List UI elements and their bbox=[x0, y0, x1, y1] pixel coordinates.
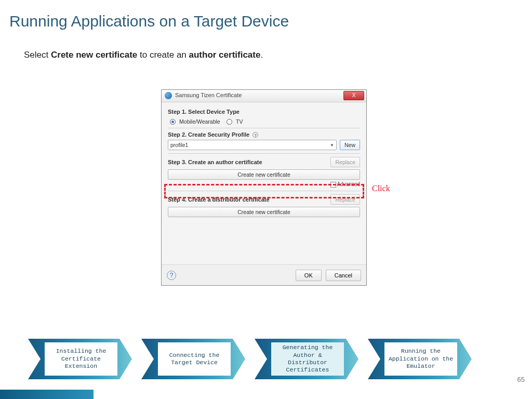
close-button[interactable]: X bbox=[343, 91, 364, 100]
process-steps: Installing the Certificate Extension Con… bbox=[28, 339, 472, 379]
instruction-post: . bbox=[260, 50, 263, 60]
page-title: Running Applications on a Target Device bbox=[9, 12, 289, 30]
cancel-button[interactable]: Cancel bbox=[326, 270, 361, 281]
step-running: Running the Application on the Emulator bbox=[368, 339, 472, 379]
device-type-radios: Mobile/Wearable TV bbox=[170, 118, 360, 125]
replace-distributor-button[interactable]: Replace bbox=[330, 194, 360, 205]
click-annotation: Click bbox=[372, 184, 390, 193]
ok-button[interactable]: OK bbox=[296, 270, 322, 281]
divider bbox=[168, 153, 360, 154]
create-author-certificate-button[interactable]: Create new certificate bbox=[168, 169, 360, 180]
app-icon bbox=[165, 92, 172, 99]
dialog-title: Samsung Tizen Certificate bbox=[175, 92, 242, 98]
page-number: 65 bbox=[517, 376, 525, 383]
step-connecting: Connecting the Target Device bbox=[141, 339, 245, 379]
info-icon[interactable]: ? bbox=[252, 132, 258, 138]
step-label: Generating the Author & Distributor Cert… bbox=[271, 342, 344, 376]
replace-author-button[interactable]: Replace bbox=[330, 157, 360, 167]
create-distributor-certificate-button[interactable]: Create new certificate bbox=[168, 207, 360, 217]
divider bbox=[168, 128, 360, 128]
radio-mobile-wearable[interactable] bbox=[170, 119, 176, 125]
advanced-checkbox[interactable] bbox=[330, 182, 336, 188]
step3-label: Step 3. Create an author certificate bbox=[168, 159, 262, 165]
advanced-toggle[interactable]: Advanced bbox=[168, 181, 360, 188]
step-label: Connecting the Target Device bbox=[158, 342, 231, 376]
step4-label: Step 4. Create a distributor certificate bbox=[168, 196, 270, 203]
new-profile-button[interactable]: New bbox=[340, 140, 360, 150]
advanced-label: Advanced bbox=[337, 181, 360, 187]
step-label: Installing the Certificate Extension bbox=[45, 342, 117, 376]
instruction-text: Select Crete new certificate to create a… bbox=[24, 50, 263, 60]
profile-select[interactable]: profile1 ▼ bbox=[168, 140, 337, 150]
instruction-bold2: author certificate bbox=[189, 50, 261, 60]
step1-label: Step 1. Select Device Type bbox=[168, 109, 360, 115]
instruction-mid: to create an bbox=[137, 50, 189, 60]
chevron-down-icon: ▼ bbox=[330, 143, 334, 148]
radio-tv-label: TV bbox=[236, 118, 243, 125]
dialog-body: Step 1. Select Device Type Mobile/Wearab… bbox=[162, 102, 366, 222]
dialog-footer: ? OK Cancel bbox=[162, 264, 366, 285]
certificate-dialog: Samsung Tizen Certificate X Step 1. Sele… bbox=[161, 89, 367, 286]
divider bbox=[168, 191, 360, 191]
footer-accent bbox=[0, 390, 94, 399]
radio-tv[interactable] bbox=[227, 119, 232, 125]
instruction-pre: Select bbox=[24, 50, 51, 60]
radio-mobile-wearable-label: Mobile/Wearable bbox=[179, 118, 220, 125]
step2-label: Step 2. Create Security Profile ? bbox=[168, 131, 360, 138]
step-label: Running the Application on the Emulator bbox=[384, 342, 457, 376]
dialog-titlebar: Samsung Tizen Certificate X bbox=[162, 90, 366, 102]
step2-text: Step 2. Create Security Profile bbox=[168, 131, 249, 138]
step-installing: Installing the Certificate Extension bbox=[28, 339, 132, 379]
profile-select-value: profile1 bbox=[170, 142, 188, 148]
instruction-bold1: Crete new certificate bbox=[51, 50, 137, 60]
help-icon[interactable]: ? bbox=[167, 271, 176, 280]
step-generating: Generating the Author & Distributor Cert… bbox=[255, 339, 358, 379]
